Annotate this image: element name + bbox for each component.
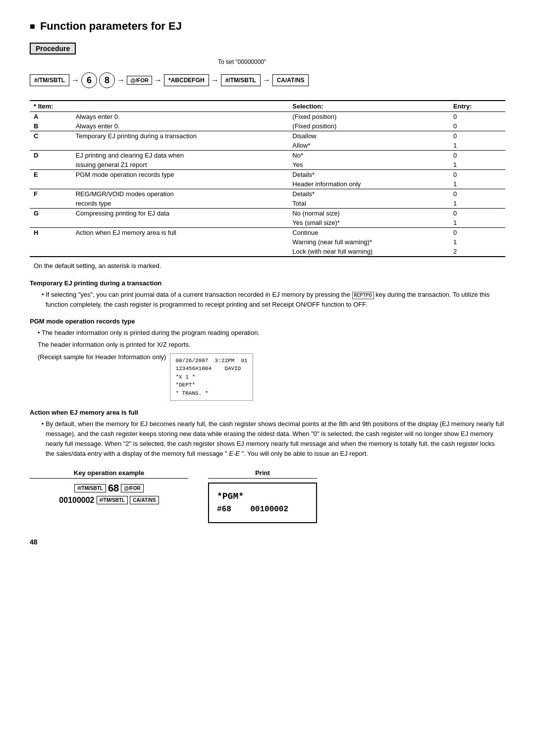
sel-h3: Lock (with near full warning)	[288, 247, 449, 257]
flow-arrow-5: →	[263, 76, 270, 85]
flow-arrow-1: →	[71, 76, 79, 85]
sel-h1: Continue	[288, 228, 449, 238]
desc-h: Action when EJ memory area is full	[72, 228, 289, 238]
receipt-box: 08/26/2007 3:22PM 01 123456#1004 DAVID *…	[170, 353, 253, 401]
receipt-container: (Receipt sample for Header Information o…	[38, 353, 505, 401]
key-tmstbl-ex2: #/TM/SBTL	[97, 496, 128, 504]
sel-e2: Header information only	[288, 179, 449, 189]
print-header: Print	[208, 469, 317, 479]
entry-h3: 2	[449, 247, 505, 257]
entry-a: 0	[449, 112, 505, 122]
desc-f2: records type	[72, 199, 289, 209]
flow-key-abcdefgh: *ABCDEFGH	[164, 74, 209, 86]
desc-d2: issuing general Z1 report	[72, 160, 289, 170]
pgm-mode-heading: PGM mode operation records type	[30, 318, 505, 325]
desc-f1: REG/MGR/VOID modes operation	[72, 189, 289, 199]
key-tmstbl-ex: #/TM/SBTL	[74, 484, 106, 492]
flow-key-tmstbl2: #/TM/SBTL	[221, 74, 261, 86]
flow-key-caatns: CA/AT/NS	[272, 74, 309, 86]
receipt-label: (Receipt sample for Header Information o…	[38, 353, 166, 361]
key-num-68: 68	[108, 483, 119, 494]
key-op-header: Key operation example	[30, 469, 188, 479]
key-caatns-ex: CA/AT/NS	[130, 496, 159, 504]
table-row: D EJ printing and clearing EJ data when …	[30, 151, 505, 161]
action-ej-heading: Action when EJ memory area is full	[30, 409, 505, 416]
col-entry: Entry:	[449, 101, 505, 112]
print-box: *PGM* #68 00100002	[208, 483, 317, 523]
key-num2-val: 00100002	[59, 496, 94, 505]
desc-d1: EJ printing and clearing EJ data when	[72, 151, 289, 161]
table-row: Warning (near full warning)* 1	[30, 237, 505, 247]
sel-b: (Fixed position)	[288, 121, 449, 131]
entry-c1: 0	[449, 131, 505, 141]
desc-c: Temporary EJ printing during a transacti…	[72, 131, 289, 141]
sel-f2: Total	[288, 199, 449, 209]
key-op-row2: 00100002 #/TM/SBTL CA/AT/NS	[30, 496, 188, 505]
example-section: Key operation example #/TM/SBTL 68 @/FOR…	[30, 469, 505, 523]
flow-arrow-2: →	[117, 76, 125, 85]
col-item: * Item:	[30, 101, 72, 112]
flow-top-label: To set "00000000"	[218, 58, 266, 65]
table-row: A Always enter 0. (Fixed position) 0	[30, 112, 505, 122]
col-desc	[72, 101, 289, 112]
temp-ej-heading: Temporary EJ printing during a transacti…	[30, 279, 505, 287]
entry-h1: 0	[449, 228, 505, 238]
entry-g2: 1	[449, 218, 505, 228]
flow-circle-8: 8	[99, 72, 115, 88]
table-row: F REG/MGR/VOID modes operation Details* …	[30, 189, 505, 199]
item-a: A	[30, 112, 72, 122]
col-selection: Selection:	[288, 101, 449, 112]
flow-arrow-3: →	[154, 76, 162, 85]
item-h: H	[30, 228, 72, 238]
desc-a: Always enter 0.	[72, 112, 289, 122]
entry-f1: 0	[449, 189, 505, 199]
pgm-mode-bullet: • The header information only is printed…	[30, 328, 505, 338]
item-c: C	[30, 131, 72, 141]
item-e: E	[30, 170, 72, 180]
sel-g1: No (normal size)	[288, 209, 449, 218]
example-left: Key operation example #/TM/SBTL 68 @/FOR…	[30, 469, 188, 523]
table-row: records type Total 1	[30, 199, 505, 209]
flow-key-for: @/FOR	[127, 76, 152, 85]
table-row: Yes (small size)* 1	[30, 218, 505, 228]
item-b: B	[30, 121, 72, 131]
sel-d2: Yes	[288, 160, 449, 170]
entry-d2: 1	[449, 160, 505, 170]
page-title: Function parameters for EJ	[30, 20, 505, 33]
sel-c2: Allow*	[288, 141, 449, 151]
sel-c1: Disallow	[288, 131, 449, 141]
flow-arrow-4: →	[211, 76, 219, 85]
sel-d1: No*	[288, 151, 449, 161]
flow-key-tmstbl1: #/TM/SBTL	[30, 74, 69, 86]
entry-d1: 0	[449, 151, 505, 161]
asterisk-note: On the default setting, an asterisk is m…	[30, 262, 505, 270]
page-number: 48	[30, 538, 505, 546]
entry-h2: 1	[449, 237, 505, 247]
entry-f2: 1	[449, 199, 505, 209]
print-line2: #68 00100002	[217, 503, 308, 516]
desc-e: PGM mode operation records type	[72, 170, 289, 180]
table-row: E PGM mode operation records type Detail…	[30, 170, 505, 180]
temp-ej-bullet: • If selecting "yes", you can print jour…	[38, 290, 505, 310]
table-row: H Action when EJ memory area is full Con…	[30, 228, 505, 238]
table-row: issuing general Z1 report Yes 1	[30, 160, 505, 170]
flow-circle-6: 6	[81, 72, 97, 88]
key-for-ex: @/FOR	[121, 484, 144, 492]
entry-e1: 0	[449, 170, 505, 180]
flow-row: #/TM/SBTL → 6 8 → @/FOR → *ABCDEFGH → #/…	[30, 72, 505, 88]
table-row: C Temporary EJ printing during a transac…	[30, 131, 505, 141]
sel-g2: Yes (small size)*	[288, 218, 449, 228]
item-g: G	[30, 209, 72, 218]
entry-e2: 1	[449, 179, 505, 189]
table-row: Lock (with near full warning) 2	[30, 247, 505, 257]
key-op-row1: #/TM/SBTL 68 @/FOR	[30, 483, 188, 494]
sel-a: (Fixed position)	[288, 112, 449, 122]
rcptpo-key: RCPTPO	[352, 292, 374, 299]
desc-g: Compressing printing for EJ data	[72, 209, 289, 218]
desc-b: Always enter 0.	[72, 121, 289, 131]
flow-diagram: To set "00000000" #/TM/SBTL → 6 8 → @/FO…	[30, 58, 505, 88]
entry-g1: 0	[449, 209, 505, 218]
item-f: F	[30, 189, 72, 199]
item-d: D	[30, 151, 72, 161]
table-row: B Always enter 0. (Fixed position) 0	[30, 121, 505, 131]
